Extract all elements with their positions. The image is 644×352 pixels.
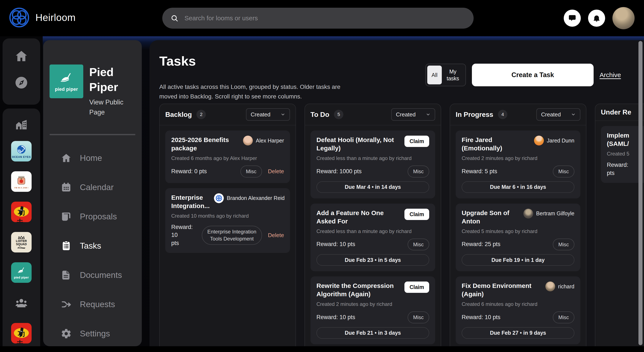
claim-button[interactable]: Claim [404,209,429,220]
sidebar-nav: Home Calendar Proposals [43,143,142,346]
sidebar-divider [50,134,136,135]
team-tile-jam[interactable]: I'M IN A JAM ! [11,171,32,192]
column-header: Under Re [595,104,644,121]
team-tile-kung-fu-kenny[interactable]: 功夫 [11,202,32,222]
task-title: Add a Feature No One Asked For [316,209,400,225]
board-column-under-re: Under ReImplem (SAML/Created 5Reward: pt… [595,104,644,346]
pied-piper-hat-icon [15,266,28,276]
nav-item-tasks[interactable]: Tasks [43,231,142,260]
sort-select-value: Created [396,111,416,118]
page-title: Tasks [159,54,196,68]
view-public-page-link[interactable]: View Public Page [89,98,136,117]
task-title: Fix Demo Environment (Again) [462,282,541,298]
due-date-button[interactable]: Due Feb 27 • in 9 days [462,327,574,339]
task-card[interactable]: Add a Feature No One Asked ForClaimCreat… [310,204,435,272]
column-count-badge: 2 [196,110,206,119]
rail-members-button[interactable] [11,292,32,313]
due-date-button[interactable]: Due Mar 6 • in 16 days [462,181,574,193]
column-sort-select[interactable]: Created [246,108,290,121]
rail-home-group [2,38,40,105]
nav-label: Calendar [80,182,114,192]
loiter-squad-label: LOITER SQUAD [14,240,29,246]
gear-icon [61,328,72,339]
task-card[interactable]: Upgrade Son of AntonBertram GilfoyleCrea… [456,204,580,272]
column-count-badge: 4 [498,110,507,119]
chevron-down-icon [571,112,576,117]
due-date-button[interactable]: Due Feb 23 • in 5 days [316,254,429,266]
filter-my-tasks-button[interactable]: My tasks [442,68,464,82]
notifications-button[interactable] [588,10,605,27]
search-input[interactable] [184,14,466,22]
sort-select-value: Created [541,111,561,118]
team-tile-pied-piper[interactable]: pied piper [11,262,32,283]
task-card[interactable]: Fix Demo Environment (Again)richardCreat… [456,276,580,344]
assignee-name: Bertram Gilfoyle [536,210,574,216]
bell-icon [592,14,601,22]
column-title: Backlog [165,111,192,118]
filter-all-button[interactable]: All [427,66,442,84]
task-card[interactable]: 2025-2026 Benefits packageAlex HarperCre… [165,130,290,183]
task-assignee: Alex Harper [243,136,284,146]
team-tile-loiter-squad[interactable]: LOITER SQUAD [11,232,32,252]
delete-button[interactable]: Delete [268,168,284,175]
task-reward: Reward: 10 pts [316,313,355,322]
task-reward: Reward: 5 pts [462,168,497,176]
task-card[interactable]: Rewrite the Compression Algorithm (Again… [310,276,435,344]
task-card[interactable]: Implem (SAML/Created 5Reward: pts [601,126,644,183]
team-tile-kung-fu-kenny-2[interactable]: 功夫 [11,323,32,344]
assignee-name: Alex Harper [256,138,284,144]
task-title: 2025-2026 Benefits package [171,136,239,152]
pied-piper-hat-icon [56,71,77,86]
left-rail: OCEAN EYES I'M IN A JAM ! 功夫 [0,36,43,352]
archive-link[interactable]: Archive [600,71,621,78]
brand[interactable]: Heirloom [8,7,76,28]
task-title: Fire Jared (Emotionally) [462,136,530,152]
rail-home-button[interactable] [14,49,28,63]
task-created-meta: Created 6 minutes ago by richard [462,301,574,307]
task-created-meta: Created less than a minute ago by richar… [316,228,429,234]
richard-photo [545,282,555,291]
tag-pill: Misc [408,238,429,250]
delete-button[interactable]: Delete [268,232,284,238]
home-icon [61,152,72,164]
nav-item-proposals[interactable]: Proposals [43,202,142,231]
task-assignee: Jared Dunn [534,136,574,146]
task-card[interactable]: Defeat Hooli (Morally, Not Legally)Claim… [310,130,435,198]
due-date-button[interactable]: Due Mar 4 • in 14 days [316,181,429,193]
jam-jar-logo [15,174,28,187]
nav-item-calendar[interactable]: Calendar [43,172,142,202]
create-task-button[interactable]: Create a Task [472,64,594,86]
kung-fu-characters: 功夫 [11,329,32,344]
sort-select-value: Created [251,111,270,118]
messages-button[interactable] [564,10,581,27]
nav-item-settings[interactable]: Settings [43,319,142,346]
nav-label: Requests [80,300,115,309]
user-avatar[interactable] [612,7,634,29]
task-card[interactable]: Enterprise Integration...Brandon Alexand… [165,188,290,253]
claim-button[interactable]: Claim [404,282,429,293]
column-sort-select[interactable]: Created [391,108,435,121]
due-date-button[interactable]: Due Feb 21 • in 3 days [316,327,429,339]
team-sidebar: pied piper Pied Piper View Public Page H… [43,40,142,346]
horizontal-scrollbar[interactable] [0,346,644,352]
due-date-button[interactable]: Due Feb 19 • in 1 day [462,254,574,266]
global-search[interactable] [162,8,474,28]
task-created-meta: Created 5 minutes ago by richard [462,228,574,234]
task-card[interactable]: Fire Jared (Emotionally)Jared DunnCreate… [456,130,580,198]
rail-organizations-button[interactable] [14,117,28,131]
column-sort-select[interactable]: Created [536,108,580,121]
task-title: Defeat Hooli (Morally, Not Legally) [316,136,400,152]
task-created-meta: Created less than a minute ago by richar… [316,155,429,161]
jared-dunn-illustration [534,136,544,146]
team-tile-ocean-eyes[interactable]: OCEAN EYES [11,141,32,162]
nav-item-home[interactable]: Home [43,143,142,172]
top-actions [564,7,634,29]
vertical-scrollbar[interactable] [638,41,642,345]
claim-button[interactable]: Claim [404,136,429,147]
nav-item-documents[interactable]: Documents [43,260,142,290]
board-column-backlog: Backlog2Created2025-2026 Benefits packag… [159,104,296,346]
nav-item-requests[interactable]: Requests [43,290,142,319]
pied-piper-logo-caption: pied piper [55,86,78,92]
rail-explore-button[interactable] [14,76,28,90]
ocean-eyes-logo [16,144,27,155]
